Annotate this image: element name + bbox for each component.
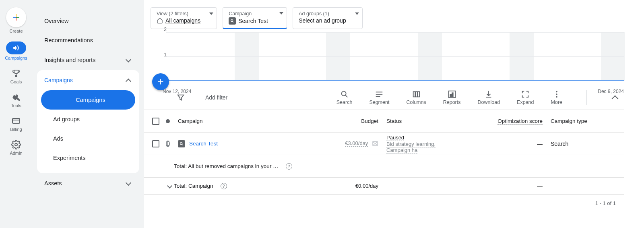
rail-item-billing[interactable]: Billing xyxy=(10,116,22,132)
row-checkbox[interactable] xyxy=(152,140,159,147)
nav-campaigns-group[interactable]: Campaigns xyxy=(37,70,139,90)
tool-segment[interactable]: Segment xyxy=(369,90,389,105)
pagination-label: 1 - 1 of 1 xyxy=(144,195,624,206)
crumb-adgroup[interactable]: Ad groups (1) Select an ad group xyxy=(293,7,363,29)
crumb-campaign[interactable]: Campaign Search Test xyxy=(223,7,287,29)
tool-more[interactable]: More xyxy=(551,90,562,105)
add-campaign-fab[interactable] xyxy=(152,73,169,90)
collapse-chart-button[interactable] xyxy=(611,93,620,102)
nav-assets[interactable]: Assets xyxy=(37,173,139,193)
rail-item-tools[interactable]: Tools xyxy=(11,92,21,108)
svg-rect-0 xyxy=(16,14,17,17)
svg-rect-16 xyxy=(418,92,420,97)
chevron-down-icon xyxy=(125,180,132,187)
svg-point-6 xyxy=(15,143,17,146)
svg-rect-19 xyxy=(452,93,453,96)
svg-rect-4 xyxy=(12,118,20,123)
campaign-link[interactable]: Search Test xyxy=(189,141,218,147)
svg-rect-11 xyxy=(376,92,383,93)
campaigns-table: Campaign Budget Status Optimization scor… xyxy=(144,110,624,195)
tool-columns[interactable]: Columns xyxy=(406,90,426,105)
chevron-up-icon xyxy=(125,77,132,84)
tools-icon xyxy=(11,92,21,102)
create-button[interactable]: Create xyxy=(6,7,26,33)
svg-rect-18 xyxy=(450,94,451,97)
home-icon xyxy=(157,17,163,24)
nav-overview[interactable]: Overview xyxy=(37,11,139,31)
card-icon xyxy=(11,116,21,126)
search-badge-icon xyxy=(229,17,236,25)
nav-insights[interactable]: Insights and reports xyxy=(37,50,139,70)
budget-chart-icon xyxy=(372,141,378,147)
tool-expand[interactable]: Expand xyxy=(517,90,534,105)
megaphone-icon xyxy=(12,44,20,52)
svg-rect-2 xyxy=(16,18,17,21)
svg-rect-1 xyxy=(17,17,19,18)
tool-download[interactable]: Download xyxy=(478,90,500,105)
filter-icon[interactable] xyxy=(176,93,185,102)
tool-search[interactable]: Search xyxy=(336,90,353,105)
table-header: Campaign Budget Status Optimization scor… xyxy=(144,110,624,133)
paused-icon xyxy=(166,141,170,147)
svg-rect-14 xyxy=(413,92,415,97)
svg-rect-13 xyxy=(376,96,380,97)
caret-down-icon xyxy=(279,12,283,21)
select-all-checkbox[interactable] xyxy=(152,118,159,125)
svg-line-10 xyxy=(345,95,347,97)
svg-point-22 xyxy=(556,96,557,98)
subnav-ad-groups[interactable]: Ad groups xyxy=(41,110,135,129)
tool-reports[interactable]: Reports xyxy=(443,90,461,105)
svg-point-21 xyxy=(556,93,557,95)
total-row-campaign: Total: Campaign ? €0.00/day — xyxy=(144,178,624,195)
svg-point-20 xyxy=(556,91,557,93)
total-row-filtered: Total: All but removed campaigns in your… xyxy=(144,155,624,178)
nav-recommendations[interactable]: Recommendations xyxy=(37,31,139,50)
svg-line-24 xyxy=(182,144,183,145)
subnav-experiments[interactable]: Experiments xyxy=(41,148,135,168)
add-filter-text[interactable]: Add filter xyxy=(205,94,227,101)
performance-chart: 2 1 0 Nov 12, 2024 Dec 9, 2024 xyxy=(163,29,624,85)
status-dot-icon xyxy=(166,119,170,123)
caret-down-icon xyxy=(209,12,213,21)
help-icon[interactable]: ? xyxy=(286,163,292,170)
svg-rect-15 xyxy=(415,92,417,97)
svg-line-8 xyxy=(233,21,234,23)
rail-item-admin[interactable]: Admin xyxy=(10,140,22,155)
gear-icon xyxy=(11,140,21,149)
subnav-ads[interactable]: Ads xyxy=(41,129,135,148)
rail-item-goals[interactable]: Goals xyxy=(10,68,22,84)
help-icon[interactable]: ? xyxy=(221,183,227,189)
caret-down-icon xyxy=(355,12,359,21)
table-row[interactable]: Search Test €3.00/day Paused Bid strateg… xyxy=(144,133,624,155)
svg-rect-3 xyxy=(13,17,16,18)
crumb-view[interactable]: View (2 filters) All campaigns xyxy=(151,7,217,29)
expand-row-icon[interactable] xyxy=(166,182,170,190)
svg-point-9 xyxy=(341,91,346,96)
plus-multicolor-icon xyxy=(11,12,21,22)
trophy-icon xyxy=(11,68,21,78)
subnav-campaigns[interactable]: Campaigns xyxy=(41,90,135,110)
search-badge-icon xyxy=(178,140,185,147)
rail-item-campaigns[interactable]: Campaigns xyxy=(5,41,27,60)
svg-rect-12 xyxy=(376,94,383,95)
chevron-down-icon xyxy=(125,56,132,64)
